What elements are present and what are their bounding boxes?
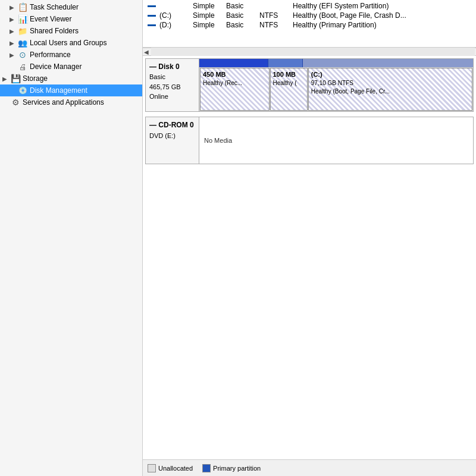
sidebar-item-shared-folders[interactable]: ▶ 📁 Shared Folders: [0, 25, 142, 37]
sidebar-item-task-scheduler[interactable]: ▶ 📋 Task Scheduler: [0, 1, 142, 13]
sidebar-label-services-apps: Services and Applications: [23, 98, 104, 107]
expand-arrow-shared: ▶: [10, 28, 17, 35]
disk-visualization-area: — Disk 0 Basic 465,75 GB Online 450 MB: [143, 56, 476, 459]
local-users-icon: 👥: [18, 38, 27, 48]
cdrom0-content: No Media: [199, 117, 473, 164]
services-apps-icon: ⚙: [11, 98, 20, 107]
expand-arrow-perf: ▶: [10, 52, 17, 58]
sidebar-label-disk-management: Disk Management: [30, 86, 87, 95]
top-seg-1: [199, 59, 268, 67]
row-indicator: [148, 15, 156, 17]
col-layout: Simple: [193, 21, 223, 29]
cdrom0-type: DVD (E:): [149, 131, 195, 142]
expand-arrow-users: ▶: [10, 40, 17, 46]
sidebar-item-device-manager[interactable]: ▶ 🖨 Device Manager: [0, 61, 142, 73]
sidebar: ▶ 📋 Task Scheduler ▶ 📊 Event Viewer ▶ 📁 …: [0, 0, 143, 476]
disk0-parts-row: 450 MB Healthy (Rec... 100 MB Healthy ( …: [199, 67, 473, 111]
col-status: Healthy (Primary Partition): [293, 21, 377, 29]
partition-status-c: Healthy (Boot, Page File, Cr...: [311, 87, 469, 96]
unallocated-swatch: [148, 464, 156, 472]
disk0-block: — Disk 0 Basic 465,75 GB Online 450 MB: [145, 58, 474, 112]
partition-status-efi: Healthy (Rec...: [203, 79, 267, 87]
top-seg-3: [303, 59, 473, 67]
col-layout: Simple: [193, 2, 223, 10]
shared-folders-icon: 📁: [18, 26, 27, 36]
col-volume: (C:): [159, 11, 189, 20]
col-type: Basic: [226, 21, 256, 29]
col-status: Healthy (EFI System Partition): [293, 2, 389, 10]
disk0-top-bar: [199, 59, 473, 67]
sidebar-item-local-users[interactable]: ▶ 👥 Local Users and Groups: [0, 37, 142, 49]
sidebar-label-storage: Storage: [23, 74, 48, 83]
cdrom0-block: — CD-ROM 0 DVD (E:) No Media: [145, 117, 474, 164]
col-fs: NTFS: [259, 11, 289, 20]
partition-size-efi: 450 MB: [203, 70, 267, 79]
disk0-type: Basic: [149, 72, 195, 82]
disk0-label: — Disk 0 Basic 465,75 GB Online: [146, 59, 199, 111]
table-row: (C:) Simple Basic NTFS Healthy (Boot, Pa…: [148, 11, 471, 20]
top-seg-2: [268, 59, 302, 67]
expand-arrow-event: ▶: [10, 16, 17, 23]
col-status: Healthy (Boot, Page File, Crash D...: [293, 11, 406, 20]
sidebar-item-performance[interactable]: ▶ ⊙ Performance: [0, 49, 142, 61]
legend-primary: Primary partition: [202, 464, 261, 472]
partition-cell-efi[interactable]: 450 MB Healthy (Rec...: [200, 68, 270, 111]
device-manager-icon: 🖨: [18, 62, 27, 71]
unallocated-label: Unallocated: [158, 465, 193, 472]
expand-arrow-storage: ▶: [2, 76, 10, 82]
legend-unallocated: Unallocated: [148, 464, 193, 472]
partition-name-c: (C:): [311, 70, 469, 79]
partition-cell-boot[interactable]: 100 MB Healthy (: [270, 68, 308, 111]
disk0-size: 465,75 GB: [149, 82, 195, 92]
sidebar-label-device-manager: Device Manager: [30, 62, 82, 71]
sidebar-label-event-viewer: Event Viewer: [30, 15, 71, 23]
table-row: Simple Basic Healthy (EFI System Partiti…: [148, 1, 471, 11]
sidebar-item-event-viewer[interactable]: ▶ 📊 Event Viewer: [0, 13, 142, 25]
col-type: Basic: [226, 11, 256, 20]
partition-status-boot: Healthy (: [273, 79, 305, 87]
task-scheduler-icon: 📋: [18, 2, 27, 12]
performance-icon: ⊙: [18, 50, 27, 60]
disk0-partitions: 450 MB Healthy (Rec... 100 MB Healthy ( …: [199, 59, 473, 111]
scroll-left-arrow[interactable]: ◀: [144, 49, 149, 55]
primary-swatch: [202, 464, 211, 472]
row-indicator: [148, 24, 156, 26]
sidebar-label-shared-folders: Shared Folders: [30, 27, 79, 35]
horizontal-scrollbar[interactable]: ◀: [143, 48, 476, 56]
storage-icon: 💾: [11, 74, 20, 83]
table-row: (D:) Simple Basic NTFS Healthy (Primary …: [148, 20, 471, 30]
h-scroll-track: [151, 48, 475, 56]
sidebar-item-storage[interactable]: ▶ 💾 Storage: [0, 73, 142, 84]
col-volume: (D:): [159, 21, 189, 29]
row-indicator: [148, 5, 156, 7]
sidebar-label-task-scheduler: Task Scheduler: [30, 3, 79, 11]
partition-size-boot: 100 MB: [273, 70, 305, 79]
primary-label: Primary partition: [213, 465, 261, 472]
partition-table: Simple Basic Healthy (EFI System Partiti…: [143, 0, 476, 48]
cdrom0-icon-label: — CD-ROM 0: [149, 120, 195, 131]
disk0-name: — Disk 0: [149, 61, 195, 72]
sidebar-label-local-users: Local Users and Groups: [30, 39, 107, 47]
bottom-legend-bar: Unallocated Primary partition: [143, 459, 476, 476]
cdrom0-status: No Media: [204, 137, 232, 144]
partition-size-c: 97,10 GB NTFS: [311, 79, 469, 87]
main-container: ▶ 📋 Task Scheduler ▶ 📊 Event Viewer ▶ 📁 …: [0, 0, 476, 476]
expand-arrow-task: ▶: [10, 4, 17, 11]
cdrom0-label: — CD-ROM 0 DVD (E:): [146, 117, 199, 164]
col-type: Basic: [226, 2, 256, 10]
col-layout: Simple: [193, 11, 223, 20]
disk-management-icon: 💿: [18, 86, 27, 95]
sidebar-item-disk-management[interactable]: ▶ 💿 Disk Management: [0, 84, 142, 96]
content-area: Simple Basic Healthy (EFI System Partiti…: [143, 0, 476, 476]
partition-cell-c[interactable]: (C:) 97,10 GB NTFS Healthy (Boot, Page F…: [308, 68, 472, 111]
disk0-status: Online: [149, 92, 195, 102]
col-fs: NTFS: [259, 21, 289, 29]
sidebar-item-services-apps[interactable]: ▶ ⚙ Services and Applications: [0, 96, 142, 108]
event-viewer-icon: 📊: [18, 14, 27, 24]
sidebar-label-performance: Performance: [30, 51, 71, 59]
